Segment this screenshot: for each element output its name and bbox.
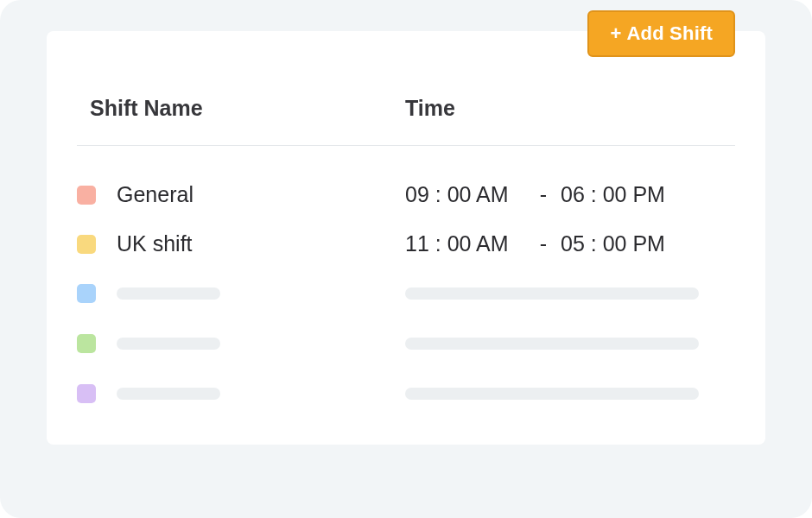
table-row: General 09 : 00 AM - 06 : 00 PM [77, 170, 735, 219]
table-row: UK shift 11 : 00 AM - 05 : 00 PM [77, 219, 735, 268]
color-swatch [77, 186, 96, 205]
skeleton-line [117, 388, 220, 400]
table-row-placeholder [77, 369, 735, 419]
shifts-card: + Add Shift Shift Name Time General 09 :… [47, 31, 765, 445]
color-swatch [77, 384, 96, 403]
skeleton-line [405, 338, 699, 350]
skeleton-line [117, 287, 220, 300]
color-swatch [77, 334, 96, 353]
color-swatch [77, 235, 96, 254]
col-header-name: Shift Name [77, 96, 405, 121]
skeleton-line [117, 338, 220, 350]
color-swatch [77, 284, 96, 303]
page-frame: + Add Shift Shift Name Time General 09 :… [0, 0, 812, 518]
shift-name: General [117, 182, 193, 207]
table-body: General 09 : 00 AM - 06 : 00 PM UK shift… [77, 146, 735, 419]
table-row-placeholder [77, 319, 735, 369]
shift-time: 09 : 00 AM - 06 : 00 PM [405, 182, 735, 207]
skeleton-line [405, 388, 699, 400]
shift-time-end: 06 : 00 PM [561, 182, 665, 207]
shift-time-separator: - [526, 231, 561, 256]
shift-time-end: 05 : 00 PM [561, 231, 665, 256]
shift-name: UK shift [117, 231, 193, 256]
table-row-placeholder [77, 268, 735, 319]
col-header-time: Time [405, 96, 735, 121]
add-shift-label: Add Shift [626, 22, 713, 45]
shift-time: 11 : 00 AM - 05 : 00 PM [405, 231, 735, 256]
table-header: Shift Name Time [77, 61, 735, 146]
add-shift-button[interactable]: + Add Shift [587, 10, 735, 57]
shift-time-separator: - [526, 182, 561, 207]
shift-time-start: 09 : 00 AM [405, 182, 526, 207]
shift-time-start: 11 : 00 AM [405, 231, 526, 256]
plus-icon: + [610, 22, 621, 45]
skeleton-line [405, 287, 699, 300]
